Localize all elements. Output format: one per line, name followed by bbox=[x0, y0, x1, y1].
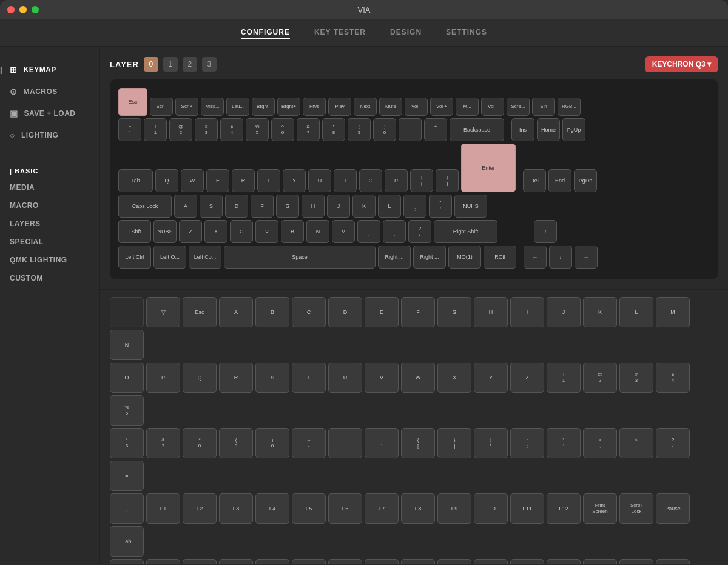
key-lbracket[interactable]: {[ bbox=[410, 169, 433, 192]
key-w[interactable]: W bbox=[181, 169, 204, 192]
key-vol-minus2[interactable]: Vol - bbox=[481, 98, 504, 116]
grid-key-num2[interactable]: 2 bbox=[510, 559, 544, 564]
grid-key-amp7[interactable]: &7 bbox=[146, 428, 180, 458]
key-miss[interactable]: Miss... bbox=[201, 98, 224, 116]
grid-key-esc[interactable]: Esc bbox=[183, 297, 217, 327]
sidebar-special[interactable]: SPECIAL bbox=[0, 233, 99, 251]
key-t[interactable]: T bbox=[257, 169, 280, 192]
key-lau[interactable]: Lau... bbox=[226, 98, 249, 116]
grid-key-pageup[interactable]: PageUp bbox=[292, 559, 326, 564]
key-a[interactable]: A bbox=[174, 195, 197, 218]
key-lshift[interactable]: LShft bbox=[118, 220, 151, 243]
key-scr-plus[interactable]: Scr + bbox=[175, 98, 198, 116]
key-6[interactable]: ^6 bbox=[271, 118, 294, 141]
grid-key-s[interactable]: S bbox=[255, 363, 289, 393]
grid-key-f1[interactable]: F1 bbox=[146, 493, 180, 524]
grid-key-n[interactable]: N bbox=[110, 330, 144, 360]
grid-key-print-screen[interactable]: PrintScreen bbox=[583, 493, 617, 524]
nav-configure[interactable]: CONFIGURE bbox=[241, 27, 290, 39]
key-ralt[interactable]: Right ... bbox=[378, 246, 411, 269]
key-space[interactable]: Space bbox=[224, 246, 376, 269]
grid-key-lbr[interactable]: {[ bbox=[401, 428, 435, 458]
grid-key-del2[interactable]: Del bbox=[183, 559, 217, 564]
key-r[interactable]: R bbox=[232, 169, 255, 192]
grid-key-i[interactable]: I bbox=[510, 297, 544, 327]
grid-key-f7[interactable]: F7 bbox=[365, 493, 399, 524]
grid-key-dquote[interactable]: "' bbox=[547, 428, 581, 458]
nav-settings[interactable]: SETTINGS bbox=[446, 27, 487, 39]
key-scr-minus[interactable]: Scr - bbox=[150, 98, 173, 116]
key-brght-plus[interactable]: Brght+ bbox=[277, 98, 300, 116]
grid-key-pipe[interactable]: |\ bbox=[474, 428, 508, 458]
key-h[interactable]: H bbox=[302, 195, 325, 218]
grid-key-k[interactable]: K bbox=[583, 297, 617, 327]
key-siri[interactable]: Siri bbox=[532, 98, 555, 116]
grid-key-e[interactable]: E bbox=[365, 297, 399, 327]
key-pgup[interactable]: PgUp bbox=[562, 118, 585, 141]
grid-key-f2[interactable]: F2 bbox=[183, 493, 217, 524]
maximize-button[interactable] bbox=[32, 6, 39, 13]
grid-key-pagedown[interactable]: PageDown bbox=[328, 559, 362, 564]
grid-key-j[interactable]: J bbox=[547, 297, 581, 327]
grid-key-c[interactable]: C bbox=[292, 297, 326, 327]
grid-key-dash[interactable]: –- bbox=[292, 428, 326, 458]
grid-key-dol4[interactable]: $4 bbox=[656, 363, 690, 393]
key-e[interactable]: E bbox=[206, 169, 229, 192]
grid-key-lt[interactable]: <, bbox=[583, 428, 617, 458]
grid-key-l[interactable]: L bbox=[619, 297, 653, 327]
key-4[interactable]: $4 bbox=[220, 118, 243, 141]
key-vol-minus[interactable]: Vol - bbox=[405, 98, 428, 116]
key-lalt[interactable]: Left Co... bbox=[189, 246, 221, 269]
grid-key-r[interactable]: R bbox=[219, 363, 253, 393]
key-o[interactable]: O bbox=[359, 169, 382, 192]
grid-key-a[interactable]: A bbox=[219, 297, 253, 327]
grid-key-num3[interactable]: 3 bbox=[547, 559, 581, 564]
key-capslock[interactable]: Caps Lock bbox=[118, 195, 172, 218]
nav-design[interactable]: DESIGN bbox=[390, 27, 422, 39]
close-button[interactable] bbox=[7, 6, 15, 13]
key-right[interactable]: → bbox=[575, 246, 598, 269]
key-g[interactable]: G bbox=[276, 195, 299, 218]
grid-key-tilde[interactable]: ~` bbox=[365, 428, 399, 458]
grid-key-hash3[interactable]: #3 bbox=[619, 363, 653, 393]
grid-key-f3[interactable]: F3 bbox=[219, 493, 253, 524]
key-semicolon[interactable]: :; bbox=[403, 195, 426, 218]
key-mute[interactable]: Mute bbox=[379, 98, 402, 116]
key-comma[interactable]: , bbox=[357, 220, 380, 243]
key-end[interactable]: End bbox=[548, 169, 571, 192]
grid-key-m[interactable]: M bbox=[656, 297, 690, 327]
key-v[interactable]: V bbox=[255, 220, 278, 243]
key-ins[interactable]: Ins bbox=[511, 118, 534, 141]
grid-key-f9[interactable]: F9 bbox=[437, 493, 471, 524]
key-s[interactable]: S bbox=[200, 195, 223, 218]
grid-key-p[interactable]: P bbox=[146, 363, 180, 393]
grid-key-y[interactable]: Y bbox=[474, 363, 508, 393]
key-slash[interactable]: ?/ bbox=[408, 220, 431, 243]
key-9[interactable]: (9 bbox=[348, 118, 371, 141]
grid-key-home[interactable]: Home bbox=[219, 559, 253, 564]
key-0[interactable]: )0 bbox=[373, 118, 396, 141]
grid-key-pct5[interactable]: %5 bbox=[110, 395, 144, 426]
key-enter[interactable]: Enter bbox=[461, 144, 516, 192]
grid-key-g[interactable]: G bbox=[437, 297, 471, 327]
grid-key-h[interactable]: H bbox=[474, 297, 508, 327]
sidebar-item-macros[interactable]: ⊙ MACROS bbox=[0, 81, 99, 102]
key-down[interactable]: ↓ bbox=[549, 246, 572, 269]
key-pgdn[interactable]: PgDn bbox=[574, 169, 597, 192]
grid-key-caret6[interactable]: ^6 bbox=[110, 428, 144, 458]
grid-key-num5[interactable]: 5 bbox=[619, 559, 653, 564]
key-rshift[interactable]: Right Shift bbox=[434, 220, 497, 243]
key-x[interactable]: X bbox=[204, 220, 228, 243]
key-nubs[interactable]: NUBS bbox=[153, 220, 177, 243]
key-period[interactable]: . bbox=[383, 220, 406, 243]
key-lwin[interactable]: Left O... bbox=[153, 246, 186, 269]
key-1[interactable]: !1 bbox=[144, 118, 167, 141]
grid-key-excl1[interactable]: !1 bbox=[547, 363, 581, 393]
key-left[interactable]: ← bbox=[524, 246, 547, 269]
sidebar-item-lighting[interactable]: ○ LIGHTING bbox=[0, 124, 99, 146]
key-prvs[interactable]: Prvs bbox=[303, 98, 326, 116]
key-k[interactable]: K bbox=[352, 195, 376, 218]
grid-key-scroll-lock[interactable]: ScrollLock bbox=[619, 493, 653, 524]
key-esc[interactable]: Esc bbox=[118, 88, 147, 116]
key-l[interactable]: L bbox=[378, 195, 401, 218]
